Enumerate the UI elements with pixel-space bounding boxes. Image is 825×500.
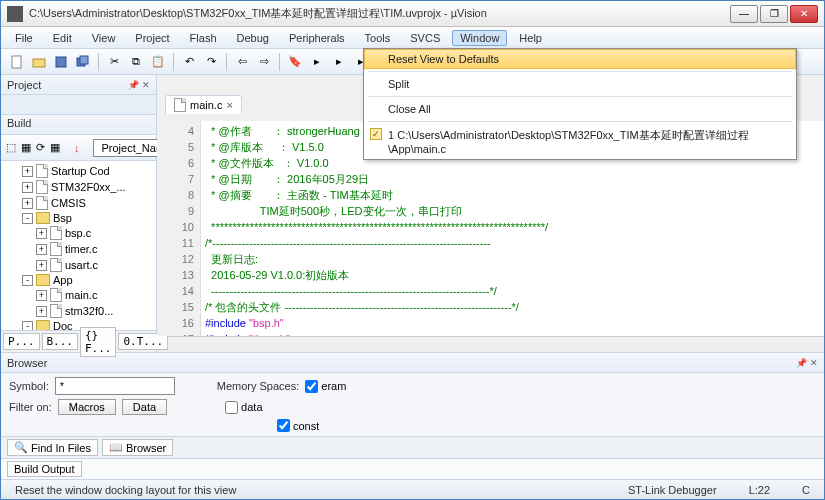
nav-back-icon[interactable]: ⇦: [232, 52, 252, 72]
macros-button[interactable]: Macros: [58, 399, 116, 415]
symbol-input[interactable]: [55, 377, 175, 395]
menu-flash[interactable]: Flash: [182, 30, 225, 46]
tree-item[interactable]: +CMSIS: [5, 195, 154, 211]
tree-label: Bsp: [53, 212, 72, 224]
nav-fwd-icon[interactable]: ⇨: [254, 52, 274, 72]
tree-item[interactable]: -App: [5, 273, 154, 287]
menu-svcs[interactable]: SVCS: [402, 30, 448, 46]
tree-item[interactable]: +timer.c: [5, 241, 154, 257]
tree-item[interactable]: +STM32F0xx_...: [5, 179, 154, 195]
paste-icon[interactable]: 📋: [148, 52, 168, 72]
menu-close-all[interactable]: Close All: [364, 99, 796, 119]
menu-window[interactable]: Window: [452, 30, 507, 46]
tree-toggle-icon[interactable]: +: [36, 228, 47, 239]
tree-toggle-icon[interactable]: +: [36, 306, 47, 317]
pin-icon[interactable]: 📌 ✕: [128, 80, 150, 90]
svg-rect-1: [33, 59, 45, 67]
rebuild-icon[interactable]: ⟳: [35, 138, 46, 158]
tree-toggle-icon[interactable]: +: [36, 244, 47, 255]
menu-debug[interactable]: Debug: [229, 30, 277, 46]
check-icon: ✓: [370, 128, 382, 140]
build-target-icon[interactable]: ⬚: [5, 138, 17, 158]
maximize-button[interactable]: ❐: [760, 5, 788, 23]
editor-tab-main[interactable]: main.c ×: [165, 95, 242, 114]
horizontal-scrollbar[interactable]: [157, 336, 824, 352]
file-icon: [174, 98, 186, 112]
browser-title: Browser: [7, 357, 47, 369]
tree-item[interactable]: +main.c: [5, 287, 154, 303]
menu-split[interactable]: Split: [364, 74, 796, 94]
status-hint: Reset the window docking layout for this…: [9, 484, 242, 496]
close-tab-icon[interactable]: ×: [226, 99, 232, 111]
eram-label: eram: [321, 380, 346, 392]
file-icon: [50, 288, 62, 302]
project-title-text: Project: [7, 79, 41, 91]
browser-pin-icon[interactable]: 📌 ✕: [796, 358, 818, 368]
project-bottom-tab[interactable]: B...: [42, 333, 79, 350]
file-icon: [36, 164, 48, 178]
const-checkbox[interactable]: [277, 419, 290, 432]
tree-item[interactable]: +usart.c: [5, 257, 154, 273]
tree-toggle-icon[interactable]: +: [36, 260, 47, 271]
menu-project[interactable]: Project: [127, 30, 177, 46]
tree-toggle-icon[interactable]: +: [22, 182, 33, 193]
data-button[interactable]: Data: [122, 399, 167, 415]
tree-toggle-icon[interactable]: +: [22, 166, 33, 177]
tree-label: stm32f0...: [65, 305, 113, 317]
menu-file[interactable]: File: [7, 30, 41, 46]
menubar: FileEditViewProjectFlashDebugPeripherals…: [1, 27, 824, 49]
menu-edit[interactable]: Edit: [45, 30, 80, 46]
redo-icon[interactable]: ↷: [201, 52, 221, 72]
tree-item[interactable]: +Startup Cod: [5, 163, 154, 179]
build-icon[interactable]: ▦: [20, 138, 32, 158]
save-all-icon[interactable]: [73, 52, 93, 72]
save-icon[interactable]: [51, 52, 71, 72]
cut-icon[interactable]: ✂: [104, 52, 124, 72]
tree-label: usart.c: [65, 259, 98, 271]
menu-reset-view[interactable]: Reset View to Defaults: [364, 49, 796, 69]
data-checkbox[interactable]: [225, 401, 238, 414]
tab-build-output[interactable]: Build Output: [7, 461, 82, 477]
tree-toggle-icon[interactable]: +: [36, 290, 47, 301]
undo-icon[interactable]: ↶: [179, 52, 199, 72]
browser-pane: Browser 📌 ✕ Symbol: Memory Spaces: eram …: [1, 352, 824, 479]
open-icon[interactable]: [29, 52, 49, 72]
status-line: L:22: [743, 484, 776, 496]
new-file-icon[interactable]: [7, 52, 27, 72]
project-bottom-tab[interactable]: {} F...: [80, 327, 116, 357]
tree-toggle-icon[interactable]: +: [22, 198, 33, 209]
menu-view[interactable]: View: [84, 30, 124, 46]
tree-label: bsp.c: [65, 227, 91, 239]
tree-label: main.c: [65, 289, 97, 301]
batch-build-icon[interactable]: ▦: [49, 138, 61, 158]
minimize-button[interactable]: —: [730, 5, 758, 23]
tree-toggle-icon[interactable]: -: [22, 321, 33, 331]
project-tree[interactable]: +Startup Cod+STM32F0xx_...+CMSIS-Bsp+bsp…: [1, 161, 156, 330]
titlebar: C:\Users\Administrator\Desktop\STM32F0xx…: [1, 1, 824, 27]
bookmark-next-icon[interactable]: ▸: [329, 52, 349, 72]
menu-peripherals[interactable]: Peripherals: [281, 30, 353, 46]
tree-item[interactable]: +bsp.c: [5, 225, 154, 241]
menu-recent-file[interactable]: ✓ 1 C:\Users\Administrator\Desktop\STM32…: [364, 124, 796, 159]
tree-item[interactable]: +stm32f0...: [5, 303, 154, 319]
project-bottom-tab[interactable]: P...: [3, 333, 40, 350]
copy-icon[interactable]: ⧉: [126, 52, 146, 72]
bookmark-icon[interactable]: 🔖: [285, 52, 305, 72]
tab-find-in-files[interactable]: 🔍Find In Files: [7, 439, 98, 456]
bookmark-prev-icon[interactable]: ▸: [307, 52, 327, 72]
download-icon[interactable]: ↓: [73, 138, 81, 158]
svg-rect-2: [56, 57, 66, 67]
tree-toggle-icon[interactable]: -: [22, 213, 33, 224]
tree-label: Startup Cod: [51, 165, 110, 177]
tree-item[interactable]: -Bsp: [5, 211, 154, 225]
eram-checkbox[interactable]: [305, 380, 318, 393]
menu-help[interactable]: Help: [511, 30, 550, 46]
menu-tools[interactable]: Tools: [357, 30, 399, 46]
close-button[interactable]: ✕: [790, 5, 818, 23]
build-toolbar: ⬚ ▦ ⟳ ▦ ↓ Project_Name: [1, 135, 156, 161]
file-icon: [50, 242, 62, 256]
editor-tab-label: main.c: [190, 99, 222, 111]
tree-toggle-icon[interactable]: -: [22, 275, 33, 286]
tab-browser[interactable]: 📖Browser: [102, 439, 173, 456]
window-menu-dropdown: Reset View to Defaults Split Close All ✓…: [363, 48, 797, 160]
